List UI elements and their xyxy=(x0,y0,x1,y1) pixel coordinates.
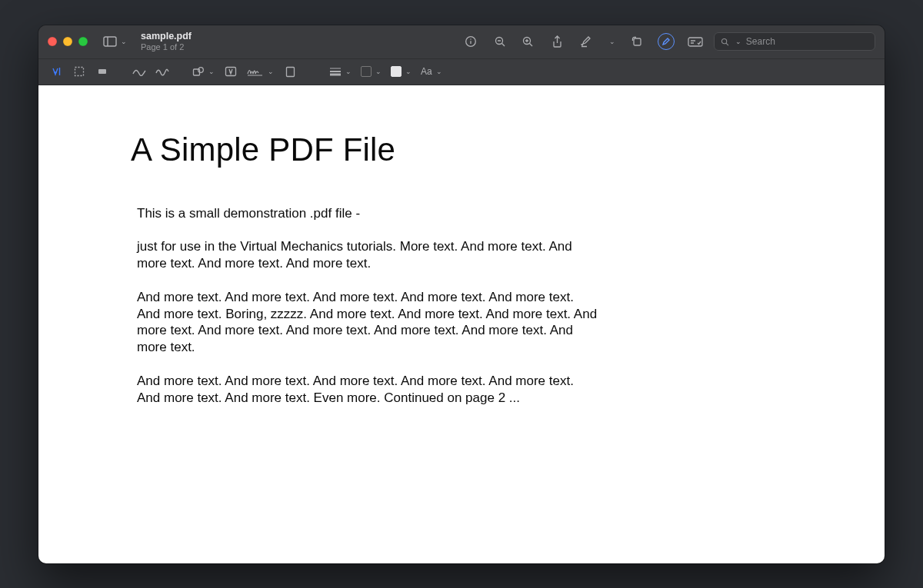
info-icon xyxy=(465,35,477,48)
sketch-tool[interactable] xyxy=(129,62,149,81)
zoom-in-button[interactable] xyxy=(517,32,538,51)
sketch-icon xyxy=(132,67,146,76)
font-style-menu[interactable]: Aa ⌄ xyxy=(418,62,445,81)
search-field[interactable]: ⌄ xyxy=(714,32,875,51)
svg-line-19 xyxy=(726,43,728,45)
stroke-color-menu[interactable]: ⌄ xyxy=(358,62,385,81)
document-heading: A Simple PDF File xyxy=(131,131,792,168)
document-filename: sample.pdf xyxy=(141,31,192,42)
shapes-tool[interactable]: ⌄ xyxy=(189,62,218,81)
document-paragraph: And more text. And more text. And more t… xyxy=(137,289,598,356)
stroke-swatch-icon xyxy=(361,66,372,77)
shapes-icon xyxy=(192,66,205,77)
svg-rect-14 xyxy=(634,38,641,45)
search-icon xyxy=(721,37,729,47)
svg-rect-29 xyxy=(286,67,294,76)
svg-rect-0 xyxy=(104,37,116,46)
close-window-button[interactable] xyxy=(48,37,57,46)
signature-icon xyxy=(247,67,264,76)
highlight-menu-button[interactable]: ⌄ xyxy=(605,32,618,51)
draw-icon xyxy=(155,67,169,76)
chevron-down-icon: ⌄ xyxy=(375,68,382,75)
redact-tool[interactable] xyxy=(92,62,112,81)
note-icon xyxy=(285,66,295,78)
document-paragraph: And more text. And more text. And more t… xyxy=(137,373,598,407)
app-window: ⌄ sample.pdf Page 1 of 2 ⌄ xyxy=(38,25,885,563)
chevron-down-icon: ⌄ xyxy=(268,68,274,75)
textbox-icon xyxy=(225,66,237,77)
share-button[interactable] xyxy=(546,32,568,51)
line-weight-icon xyxy=(329,67,342,76)
chevron-down-icon: ⌄ xyxy=(405,68,412,75)
document-title-block: sample.pdf Page 1 of 2 xyxy=(141,31,192,51)
sidebar-icon xyxy=(103,36,117,47)
draw-tool[interactable] xyxy=(152,62,172,81)
markup-button[interactable] xyxy=(655,32,677,51)
svg-point-18 xyxy=(721,38,726,43)
rotate-icon xyxy=(631,36,643,48)
fill-swatch-icon xyxy=(391,66,402,77)
line-style-menu[interactable]: ⌄ xyxy=(326,62,355,81)
rect-select-tool[interactable] xyxy=(69,62,89,81)
svg-point-4 xyxy=(470,38,471,39)
selection-icon xyxy=(74,66,85,77)
page-indicator: Page 1 of 2 xyxy=(141,42,192,52)
chevron-down-icon: ⌄ xyxy=(436,68,442,75)
window-controls xyxy=(48,37,88,46)
document-paragraph: This is a small demonstration .pdf file … xyxy=(137,205,598,222)
text-box-tool[interactable] xyxy=(221,62,241,81)
document-paragraph: just for use in the Virtual Mechanics tu… xyxy=(137,238,598,272)
search-input[interactable] xyxy=(746,36,868,47)
rotate-button[interactable] xyxy=(626,32,648,51)
fullscreen-window-button[interactable] xyxy=(78,37,88,46)
form-icon xyxy=(688,37,703,47)
zoom-in-icon xyxy=(521,35,534,48)
info-button[interactable] xyxy=(460,32,481,51)
text-select-tool[interactable] xyxy=(46,62,66,81)
note-tool[interactable] xyxy=(280,62,300,81)
sidebar-toggle-button[interactable]: ⌄ xyxy=(100,34,130,49)
zoom-out-icon xyxy=(494,35,506,48)
redact-icon xyxy=(97,66,108,77)
titlebar: ⌄ sample.pdf Page 1 of 2 ⌄ xyxy=(38,25,885,59)
svg-line-9 xyxy=(529,43,532,46)
fill-color-menu[interactable]: ⌄ xyxy=(388,62,415,81)
share-icon xyxy=(551,35,563,48)
markup-toolbar: ⌄ ⌄ ⌄ ⌄ ⌄ Aa ⌄ xyxy=(38,59,885,85)
chevron-down-icon: ⌄ xyxy=(121,38,127,45)
svg-line-6 xyxy=(501,43,505,46)
chevron-down-icon: ⌄ xyxy=(345,68,352,75)
chevron-down-icon: ⌄ xyxy=(735,38,741,45)
zoom-out-button[interactable] xyxy=(489,32,511,51)
svg-rect-23 xyxy=(98,69,106,74)
chevron-down-icon: ⌄ xyxy=(609,38,615,45)
text-cursor-icon xyxy=(50,66,62,77)
svg-rect-22 xyxy=(75,68,84,76)
minimize-window-button[interactable] xyxy=(63,37,72,46)
highlight-icon xyxy=(580,35,592,48)
chevron-down-icon: ⌄ xyxy=(208,68,215,75)
svg-point-25 xyxy=(198,68,204,73)
form-fill-button[interactable] xyxy=(685,32,706,51)
markup-icon xyxy=(661,37,671,46)
highlight-button[interactable] xyxy=(575,32,597,51)
sign-tool[interactable]: ⌄ xyxy=(244,62,277,81)
font-menu-label: Aa xyxy=(421,66,432,77)
pdf-page: A Simple PDF File This is a small demons… xyxy=(38,85,885,563)
document-viewport[interactable]: A Simple PDF File This is a small demons… xyxy=(38,85,885,563)
